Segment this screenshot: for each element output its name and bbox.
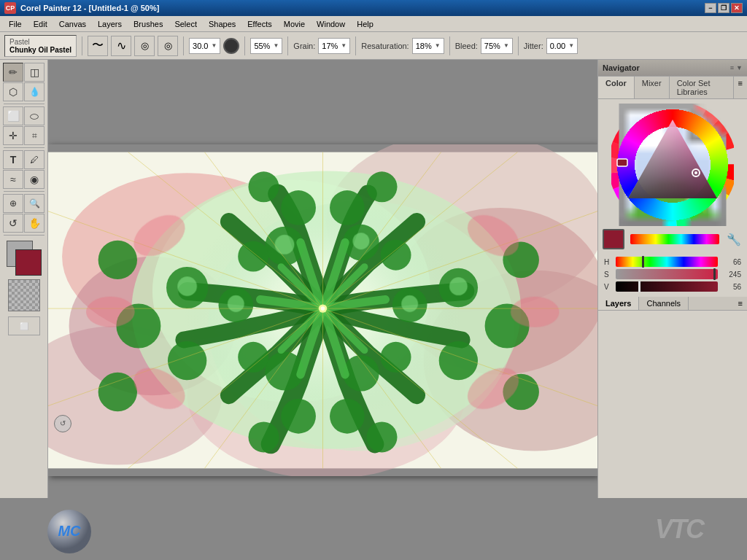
svg-point-39 [367,421,398,452]
rotate-tool-button[interactable]: ↺ [3,214,23,233]
titlebar-left: CP Corel Painter 12 - [Untitled-1 @ 50%] [4,2,159,14]
stroke-style-4-button[interactable]: ◎ [158,36,178,56]
menu-edit[interactable]: Edit [28,18,53,30]
mirror-handle[interactable]: ↺ [54,415,71,432]
color-wheel-svg[interactable] [611,104,734,226]
painting-artwork [48,144,597,476]
stroke-style-2-button[interactable]: ∿ [111,36,131,56]
minimize-button[interactable]: − [705,3,716,13]
svg-point-62 [86,296,135,327]
tab-layers[interactable]: Layers [598,297,639,310]
navigator-header[interactable]: Navigator ≡ ▼ [598,60,747,76]
menu-help[interactable]: Help [351,18,379,30]
jitter-dropdown[interactable]: 0.00 ▼ [546,38,578,54]
tab-color[interactable]: Color [598,77,635,98]
tool-row-7: ⊕ 🔍 [3,194,44,213]
tool-row-3: ⬜ ⬭ [3,106,44,125]
menu-layers[interactable]: Layers [92,18,128,30]
layers-panel: Layers Channels ≡ [598,297,747,560]
selected-color-display[interactable] [603,229,624,249]
menu-movie[interactable]: Movie [278,18,311,30]
restore-button[interactable]: ❐ [718,3,729,13]
menu-window[interactable]: Window [311,18,351,30]
close-button[interactable]: ✕ [731,3,743,13]
right-panel: Navigator ≡ ▼ Color Mixer Color Set Libr… [597,60,747,560]
resaturation-dropdown[interactable]: 18% ▼ [412,38,444,54]
menu-shapes[interactable]: Shapes [203,18,241,30]
svg-point-25 [439,341,478,379]
smear-tool-button[interactable]: ≈ [3,170,23,189]
tab-color-set-libraries[interactable]: Color Set Libraries [670,77,734,98]
svg-point-67 [401,295,418,312]
h-label: H [604,258,613,266]
navigator-collapse-icon[interactable]: ▼ [736,64,743,71]
svg-point-21 [381,341,411,372]
eyedropper-tool-button[interactable]: 💧 [24,82,44,101]
h-slider-row: H 66 [604,257,741,267]
layers-panel-options-button[interactable]: ≡ [734,297,747,310]
jitter-dropdown-arrow: ▼ [568,42,574,49]
tool-separator-1 [4,104,44,104]
stroke-style-1-button[interactable]: 〜 [88,36,108,56]
opacity-dropdown[interactable]: 55% ▼ [250,38,282,54]
painting-canvas[interactable]: ↺ [48,144,597,476]
canvas-area[interactable]: ↺ [48,60,597,560]
grain-dropdown[interactable]: 17% ▼ [318,38,350,54]
brush-tool-button[interactable]: ✏ [3,63,23,82]
tool-row-8: ↺ ✋ [3,214,44,233]
tab-channels[interactable]: Channels [639,297,688,310]
color-bar[interactable] [630,234,719,244]
v-slider[interactable] [616,281,718,292]
pen-tool-button[interactable]: 🖊 [24,150,44,169]
h-slider[interactable] [616,257,718,267]
foreground-color-swatch[interactable] [15,249,42,276]
menu-effects[interactable]: Effects [241,18,277,30]
frame-tool-button[interactable]: ⬜ [8,316,40,335]
jitter-value: 0.00 [550,42,565,50]
clone-tool-button[interactable]: ⊕ [3,194,23,213]
toolbar-separator-4 [287,36,288,55]
blur-tool-button[interactable]: ◉ [24,170,44,189]
svg-point-69 [449,277,468,295]
stroke-style-3-button[interactable]: ◎ [134,36,155,56]
grain-label: Grain: [293,42,315,50]
paint-bucket-tool-button[interactable]: ⬡ [3,82,23,101]
bleed-dropdown[interactable]: 75% ▼ [481,38,513,54]
resaturation-label: Resaturation: [361,42,409,50]
v-label: V [604,283,613,291]
size-dropdown[interactable]: 30.0 ▼ [189,38,220,54]
app-icon: CP [4,2,16,14]
svg-rect-96 [617,159,627,166]
svg-point-28 [281,399,316,434]
rectangular-select-tool-button[interactable]: ⬜ [3,106,23,125]
grain-value: 17% [322,42,338,50]
menu-select[interactable]: Select [169,18,203,30]
tool-separator-3 [4,191,44,192]
color-wheel-container[interactable] [611,104,734,226]
toolbar-separator-2 [183,36,184,55]
lasso-select-tool-button[interactable]: ⬭ [24,106,44,125]
navigator-options-icon[interactable]: ≡ [730,64,734,71]
hand-tool-button[interactable]: ✋ [24,214,44,233]
texture-preview[interactable] [8,279,40,311]
color-picker-icon[interactable]: 🔧 [725,230,743,248]
s-slider[interactable] [616,269,718,279]
zoom-tool-button[interactable]: 🔍 [24,194,44,213]
menu-canvas[interactable]: Canvas [53,18,92,30]
jitter-label: Jitter: [524,42,543,50]
brush-preview[interactable]: Pastel Chunky Oil Pastel [4,35,77,57]
eraser-tool-button[interactable]: ◫ [24,63,44,82]
svg-point-29 [330,399,365,434]
svg-point-64 [275,235,295,254]
text-tool-button[interactable]: T [3,150,23,169]
svg-point-38 [249,421,279,452]
transform-tool-button[interactable]: ✛ [3,126,23,145]
color-panel-options-button[interactable]: ≡ [734,77,747,98]
titlebar-buttons: − ❐ ✕ [705,3,743,13]
menu-file[interactable]: File [3,18,28,30]
brush-category-label: Pastel [9,38,71,46]
crop-tool-button[interactable]: ⌗ [24,126,44,145]
menu-brushes[interactable]: Brushes [128,18,169,30]
tab-mixer[interactable]: Mixer [635,77,670,98]
bleed-dropdown-arrow: ▼ [503,42,509,49]
